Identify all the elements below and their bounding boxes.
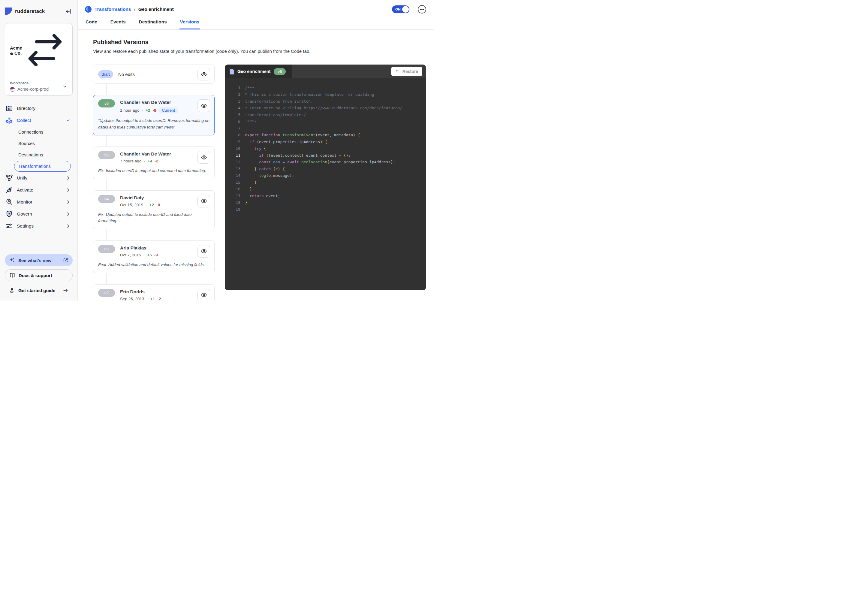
app-root: rudderstack Acme & Co. Workspace Acme-co… xyxy=(0,0,434,300)
toggle-knob xyxy=(402,6,409,12)
version-tag: v3 xyxy=(98,245,115,253)
code-file-tab: Geo enrichment v6 xyxy=(225,64,292,78)
version-author: No edits xyxy=(118,72,192,77)
code-line: 16 } xyxy=(225,186,426,193)
back-button[interactable] xyxy=(85,6,91,12)
code-line: 8export function transformEvent(event, m… xyxy=(225,132,426,139)
sidebar-item-sources[interactable]: Sources xyxy=(5,138,73,149)
transformation-enabled-toggle[interactable]: ON xyxy=(392,5,410,13)
workspace-name: Acme-corp-prod xyxy=(17,87,49,92)
tab-code[interactable]: Code xyxy=(85,18,98,29)
code-line: 12 const geo = await geolocation(event.p… xyxy=(225,159,426,166)
external-icon xyxy=(63,258,69,263)
file-icon xyxy=(230,69,234,75)
code-file-name: Geo enrichment xyxy=(238,69,270,74)
org-name: Acme & Co. xyxy=(10,45,23,55)
code-line: 19 xyxy=(225,206,426,213)
preview-version-button[interactable] xyxy=(198,195,210,207)
breadcrumb: Transformations / Geo enrichment xyxy=(85,6,174,12)
version-author: Aris Plakias xyxy=(120,245,192,251)
version-card-v2[interactable]: v2 Eric Dodds Sep 26, 2013 · +1 -2 “Adds… xyxy=(93,284,215,300)
lines-removed: -2 xyxy=(157,297,161,300)
breadcrumb-separator: / xyxy=(134,7,135,12)
version-card-v5[interactable]: v5 Chandler Van De Water 7 hours ago · +… xyxy=(93,146,215,179)
code-panel-header: Geo enrichment v6 Restore xyxy=(225,64,426,78)
sidebar-collapse-button[interactable] xyxy=(65,8,72,15)
breadcrumb-parent-link[interactable]: Transformations xyxy=(94,7,131,12)
eye-icon xyxy=(201,248,207,254)
tab-events[interactable]: Events xyxy=(110,18,126,29)
sidebar-footer-see-what-s-new[interactable]: See what's new xyxy=(5,254,73,266)
workspace-selector-row[interactable]: Workspace Acme-corp-prod xyxy=(5,78,72,96)
code-line: 2* This is a custom transformation templ… xyxy=(225,91,426,98)
version-time: Oct 15, 2019 xyxy=(120,203,143,207)
restore-button[interactable]: Restore xyxy=(391,67,422,76)
code-line: 13 } catch (e) { xyxy=(225,165,426,172)
version-note: Fix: Included userID in output and corre… xyxy=(98,168,210,174)
code-editor[interactable]: 1/***2* This is a custom transformation … xyxy=(225,78,426,213)
chevron-right-icon xyxy=(65,211,71,217)
page-header: Transformations / Geo enrichment ON xyxy=(78,0,434,18)
sidebar-item-settings[interactable]: Settings xyxy=(5,220,73,232)
version-timeline: draft No edits v6 Chandler Van De Water … xyxy=(93,64,215,300)
sidebar-footer: See what's new Docs & support Get starte… xyxy=(0,254,78,300)
workspace-label: Workspace xyxy=(10,81,49,85)
us-flag-icon xyxy=(10,87,15,92)
version-note: “Updates the output to include userID. R… xyxy=(98,117,210,130)
sidebar-item-monitor[interactable]: Monitor xyxy=(5,196,73,208)
version-note: Feat: Added validation and default value… xyxy=(98,261,210,268)
collapse-sidebar-icon xyxy=(65,11,72,16)
sidebar-footer-docs-support[interactable]: Docs & support xyxy=(5,269,73,281)
version-time: Sep 26, 2013 xyxy=(120,297,144,300)
preview-version-button[interactable] xyxy=(198,99,210,112)
lines-removed: -8 xyxy=(152,108,156,113)
version-card-v4[interactable]: v4 David Daly Oct 15, 2019 · +2 -0 Fix: … xyxy=(93,190,215,229)
chevron-down-icon xyxy=(62,84,67,89)
sidebar-item-collect[interactable]: Collect xyxy=(5,114,73,127)
lines-added: +5 xyxy=(147,253,152,257)
version-card-v3[interactable]: v3 Aris Plakias Oct 7, 2015 · +5 -9 Feat… xyxy=(93,241,215,273)
sidebar-footer-get-started-guide[interactable]: Get started guide xyxy=(5,284,73,296)
tab-versions[interactable]: Versions xyxy=(180,18,200,29)
version-meta: 7 hours ago · +4 -2 xyxy=(120,159,192,163)
org-switcher-row[interactable]: Acme & Co. xyxy=(5,23,72,78)
page-title: Published Versions xyxy=(93,39,434,46)
chevron-down-icon xyxy=(65,118,71,123)
page-subtitle: View and restore each published state of… xyxy=(93,49,434,54)
version-time: 1 hour ago xyxy=(120,108,140,113)
version-time: 7 hours ago xyxy=(120,159,142,163)
version-meta: 1 hour ago · +2 -8 Current xyxy=(120,107,192,113)
version-card-v6[interactable]: v6 Chandler Van De Water 1 hour ago · +2… xyxy=(93,95,215,136)
lines-added: +1 xyxy=(150,297,155,300)
preview-version-button[interactable] xyxy=(198,245,210,258)
version-tag: v4 xyxy=(98,195,115,203)
code-line: 7 xyxy=(225,125,426,132)
preview-version-button[interactable] xyxy=(198,151,210,163)
current-badge: Current xyxy=(158,107,178,113)
arrow-icon xyxy=(63,288,69,293)
tab-destinations[interactable]: Destinations xyxy=(139,18,168,29)
chevron-right-icon xyxy=(65,223,71,229)
sparkles-icon xyxy=(9,257,15,263)
lines-added: +2 xyxy=(146,108,150,113)
lines-added: +2 xyxy=(149,203,154,207)
version-author: Chandler Van De Water xyxy=(120,151,192,157)
sidebar-item-unify[interactable]: Unify xyxy=(5,172,73,184)
sidebar-item-govern[interactable]: Govern xyxy=(5,208,73,220)
chevron-right-icon xyxy=(65,199,71,205)
version-card-draft[interactable]: draft No edits xyxy=(93,64,215,84)
sidebar-item-activate[interactable]: Activate xyxy=(5,184,73,196)
preview-version-button[interactable] xyxy=(198,289,210,300)
lines-added: +4 xyxy=(148,159,152,163)
preview-version-button[interactable] xyxy=(198,68,210,81)
sidebar-item-transformations[interactable]: Transformations xyxy=(14,161,71,172)
sidebar-item-directory[interactable]: Directory xyxy=(5,102,73,114)
breadcrumb-current: Geo enrichment xyxy=(139,7,174,12)
switch-org-icon xyxy=(23,27,67,73)
govern-icon xyxy=(5,210,13,218)
more-options-button[interactable] xyxy=(418,5,426,14)
toggle-label: ON xyxy=(395,8,400,11)
sidebar-item-connections[interactable]: Connections xyxy=(5,127,73,138)
sidebar-item-destinations[interactable]: Destinations xyxy=(5,149,73,161)
eye-icon xyxy=(201,154,207,161)
